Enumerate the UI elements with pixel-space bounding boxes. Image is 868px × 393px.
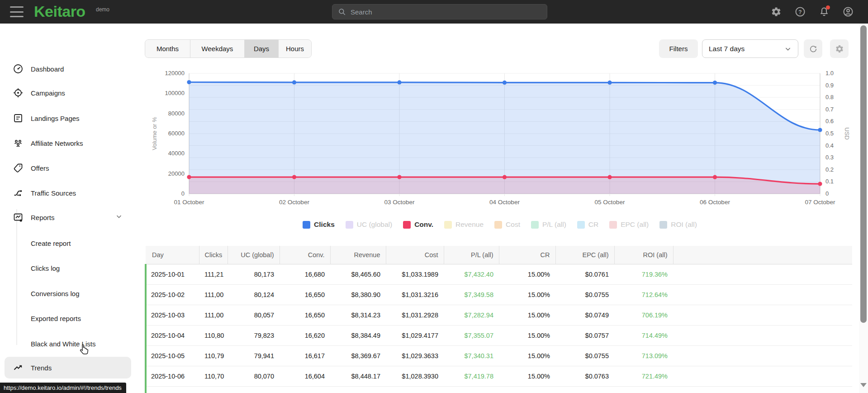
x-axis-label: 02 October — [279, 199, 309, 206]
cell-roi-all: 796.94% — [614, 386, 673, 393]
sidebar-item-label: Clicks log — [31, 264, 60, 272]
sidebar-item-create-report[interactable]: Create report — [5, 232, 131, 254]
cell-day: 2025-10-01 — [146, 264, 199, 284]
scrollbar-down-arrow[interactable] — [860, 383, 867, 387]
point-conv — [713, 175, 717, 179]
tab-months[interactable]: Months — [145, 40, 190, 58]
legend-item-cr[interactable]: CR — [577, 220, 598, 229]
legend-label: UC (global) — [357, 220, 392, 229]
cell-conv: 6,648 — [280, 386, 330, 393]
chart-legend: ClicksUC (global)Conv.RevenueCostP/L (al… — [149, 220, 850, 229]
column-header-uc-global[interactable]: UC (global) — [228, 246, 280, 264]
sidebar-item-label: Reports — [31, 214, 55, 221]
sidebar-item-conversions-log[interactable]: Conversions log — [5, 283, 131, 304]
table-row[interactable]: 2025-10-01111,2180,17316,680$8,465.60$1,… — [146, 264, 852, 284]
tab-weekdays[interactable]: Weekdays — [190, 40, 245, 58]
sidebar-item-reports[interactable]: Reports — [5, 206, 131, 228]
legend-swatch — [303, 221, 310, 229]
legend-item-conv[interactable]: Conv. — [403, 220, 433, 229]
cell-roi-all: 712.64% — [614, 284, 673, 305]
table-row[interactable]: 2025-10-05110,7979,94116,617$8,369.67$1,… — [146, 345, 852, 366]
column-header-roi-all[interactable]: ROI (all) — [614, 246, 673, 264]
trends-chart: 02000040000600008000010000012000000.10.2… — [149, 62, 850, 219]
table-row[interactable]: 2025-10-03111,0080,05716,650$8,314.23$1,… — [146, 305, 852, 325]
search-input[interactable] — [351, 8, 531, 16]
column-header-day[interactable]: Day — [146, 246, 199, 264]
legend-item-clicks[interactable]: Clicks — [303, 220, 335, 229]
sidebar-item-label: Dashboard — [31, 65, 64, 73]
sidebar-item-black-white-lists[interactable]: Black and White Lists — [5, 333, 131, 355]
sidebar-item-trends[interactable]: Trends — [5, 357, 131, 379]
account-icon[interactable] — [843, 6, 854, 17]
hamburger-menu-icon[interactable] — [10, 6, 24, 17]
sidebar-item-exported-reports[interactable]: Exported reports — [5, 307, 131, 329]
table-row[interactable]: 2025-10-04110,8079,82316,620$8,384.49$1,… — [146, 325, 852, 345]
legend-item-roi-all[interactable]: ROI (all) — [659, 220, 697, 229]
column-header-cr[interactable]: CR — [499, 246, 555, 264]
chart-settings-button[interactable] — [830, 39, 849, 58]
right-axis-tick: 0.5 — [825, 130, 834, 137]
sidebar-item-clicks-log[interactable]: Clicks log — [5, 257, 131, 279]
page-scrollbar[interactable] — [859, 24, 868, 393]
point-clicks — [397, 80, 401, 84]
help-icon[interactable]: ? — [795, 6, 806, 17]
sidebar-item-label: Traffic Sources — [31, 189, 76, 197]
column-header-clicks[interactable]: Clicks — [199, 246, 228, 264]
search-box[interactable] — [332, 4, 547, 19]
legend-item-cost[interactable]: Cost — [494, 220, 520, 229]
column-header-cost[interactable]: Cost — [386, 246, 444, 264]
table-row[interactable]: 2025-10-02111,0080,12416,650$8,380.90$1,… — [146, 284, 852, 305]
sidebar-item-offers[interactable]: Offers — [5, 157, 131, 179]
cell-roi-all: 713.09% — [614, 345, 673, 366]
cell-conv: 16,617 — [280, 345, 330, 366]
legend-item-p-l-all[interactable]: P/L (all) — [531, 220, 566, 229]
cell-p-l-all: $7,432.40 — [444, 264, 499, 284]
column-header-conv[interactable]: Conv. — [280, 246, 330, 264]
sidebar-item-campaigns[interactable]: Campaigns — [5, 82, 131, 104]
cell-cr: 15.00% — [499, 366, 555, 386]
right-axis-title: USD — [844, 127, 850, 139]
column-header-revenue[interactable]: Revenue — [330, 246, 386, 264]
column-header-p-l-all[interactable]: P/L (all) — [444, 246, 499, 264]
table-row[interactable]: 2025-10-06110,7080,07016,604$8,448.17$1,… — [146, 366, 852, 386]
cell-p-l-all: $7,419.78 — [444, 366, 499, 386]
legend-item-uc-global[interactable]: UC (global) — [346, 220, 392, 229]
granularity-tabs: MonthsWeekdaysDaysHours — [145, 39, 312, 58]
tab-days[interactable]: Days — [245, 40, 279, 58]
point-clicks — [607, 81, 612, 85]
cell-filler — [673, 325, 852, 345]
tab-hours[interactable]: Hours — [279, 40, 311, 58]
left-axis-tick: 40000 — [168, 150, 185, 157]
sidebar-item-traffic-sources[interactable]: Traffic Sources — [5, 182, 131, 204]
right-axis-tick: 0.6 — [825, 118, 834, 125]
filters-button[interactable]: Filters — [659, 39, 698, 58]
table-row[interactable]: 2025-10-0744,1044,1576,648$4,062.34$507.… — [146, 386, 852, 393]
offers-icon — [13, 163, 24, 173]
point-conv — [607, 175, 612, 179]
right-axis-tick: 0.3 — [825, 154, 834, 161]
legend-item-revenue[interactable]: Revenue — [444, 220, 484, 229]
sidebar-item-label: Create report — [31, 240, 71, 247]
settings-icon[interactable] — [771, 6, 782, 17]
column-header-epc-all[interactable]: EPC (all) — [555, 246, 614, 264]
legend-swatch — [531, 221, 539, 229]
sidebar-item-landings-pages[interactable]: Landings Pages — [5, 107, 131, 129]
legend-label: CR — [588, 220, 598, 229]
sidebar-item-label: Trends — [31, 364, 52, 372]
cell-cr: 15.00% — [499, 284, 555, 305]
legend-item-epc-all[interactable]: EPC (all) — [609, 220, 649, 229]
cell-cost: $1,031.3216 — [386, 284, 444, 305]
refresh-button[interactable] — [804, 39, 822, 58]
legend-label: Clicks — [314, 220, 335, 229]
cell-filler — [673, 284, 852, 305]
cell-cost: $1,029.3633 — [386, 345, 444, 366]
cell-epc-all: $0.0761 — [555, 264, 614, 284]
scrollbar-thumb[interactable] — [860, 25, 867, 323]
notifications-bell-icon[interactable] — [819, 6, 830, 17]
cell-revenue: $8,384.49 — [330, 325, 386, 345]
cell-revenue: $8,465.60 — [330, 264, 386, 284]
sidebar-item-dashboard[interactable]: Dashboard — [5, 58, 131, 80]
date-range-select[interactable]: Last 7 days — [702, 39, 798, 58]
cell-revenue: $4,062.34 — [330, 386, 386, 393]
sidebar-item-affiliate-networks[interactable]: Affiliate Networks — [5, 132, 131, 154]
